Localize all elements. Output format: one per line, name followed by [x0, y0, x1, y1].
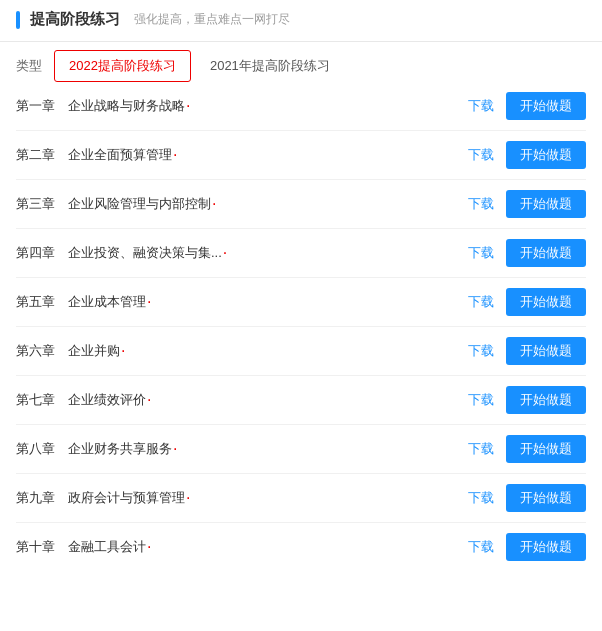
start-button[interactable]: 开始做题	[506, 337, 586, 365]
chapter-info: 第三章企业风险管理与内部控制·	[16, 195, 468, 213]
download-button[interactable]: 下载	[468, 146, 494, 164]
table-row: 第九章政府会计与预算管理·下载开始做题	[16, 474, 586, 523]
header-section: 提高阶段练习 强化提高，重点难点一网打尽	[0, 0, 602, 42]
chapter-name: 企业战略与财务战略	[68, 97, 185, 115]
chapter-number: 第九章	[16, 489, 68, 507]
chapter-name: 企业全面预算管理	[68, 146, 172, 164]
chapter-number: 第四章	[16, 244, 68, 262]
download-button[interactable]: 下载	[468, 440, 494, 458]
table-row: 第二章企业全面预算管理·下载开始做题	[16, 131, 586, 180]
hot-dot-icon: ·	[173, 441, 177, 457]
accent-bar	[16, 11, 20, 29]
download-button[interactable]: 下载	[468, 244, 494, 262]
chapter-info: 第六章企业并购·	[16, 342, 468, 360]
chapter-name: 金融工具会计	[68, 538, 146, 556]
chapter-info: 第四章企业投资、融资决策与集...·	[16, 244, 468, 262]
download-button[interactable]: 下载	[468, 293, 494, 311]
chapter-number: 第六章	[16, 342, 68, 360]
action-area: 下载开始做题	[468, 533, 586, 561]
table-row: 第七章企业绩效评价·下载开始做题	[16, 376, 586, 425]
table-row: 第三章企业风险管理与内部控制·下载开始做题	[16, 180, 586, 229]
chapter-info: 第九章政府会计与预算管理·	[16, 489, 468, 507]
hot-dot-icon: ·	[147, 294, 151, 310]
download-button[interactable]: 下载	[468, 342, 494, 360]
action-area: 下载开始做题	[468, 92, 586, 120]
chapter-name: 政府会计与预算管理	[68, 489, 185, 507]
chapter-list: 第一章企业战略与财务战略·下载开始做题第二章企业全面预算管理·下载开始做题第三章…	[0, 82, 602, 571]
chapter-number: 第二章	[16, 146, 68, 164]
hot-dot-icon: ·	[212, 196, 216, 212]
start-button[interactable]: 开始做题	[506, 141, 586, 169]
chapter-name: 企业财务共享服务	[68, 440, 172, 458]
header-title-row: 提高阶段练习 强化提高，重点难点一网打尽	[16, 10, 586, 29]
hot-dot-icon: ·	[173, 147, 177, 163]
action-area: 下载开始做题	[468, 141, 586, 169]
page-title: 提高阶段练习	[30, 10, 120, 29]
download-button[interactable]: 下载	[468, 391, 494, 409]
chapter-info: 第十章金融工具会计·	[16, 538, 468, 556]
chapter-number: 第一章	[16, 97, 68, 115]
chapter-info: 第七章企业绩效评价·	[16, 391, 468, 409]
start-button[interactable]: 开始做题	[506, 92, 586, 120]
download-button[interactable]: 下载	[468, 97, 494, 115]
chapter-number: 第七章	[16, 391, 68, 409]
action-area: 下载开始做题	[468, 386, 586, 414]
chapter-info: 第二章企业全面预算管理·	[16, 146, 468, 164]
table-row: 第四章企业投资、融资决策与集...·下载开始做题	[16, 229, 586, 278]
table-row: 第五章企业成本管理·下载开始做题	[16, 278, 586, 327]
chapter-name: 企业投资、融资决策与集...	[68, 244, 222, 262]
tabs-row: 类型 2022提高阶段练习 2021年提高阶段练习	[0, 42, 602, 82]
tab-2022[interactable]: 2022提高阶段练习	[54, 50, 191, 82]
start-button[interactable]: 开始做题	[506, 484, 586, 512]
download-button[interactable]: 下载	[468, 538, 494, 556]
chapter-number: 第八章	[16, 440, 68, 458]
start-button[interactable]: 开始做题	[506, 239, 586, 267]
hot-dot-icon: ·	[186, 490, 190, 506]
chapter-info: 第八章企业财务共享服务·	[16, 440, 468, 458]
start-button[interactable]: 开始做题	[506, 533, 586, 561]
action-area: 下载开始做题	[468, 288, 586, 316]
chapter-number: 第三章	[16, 195, 68, 213]
download-button[interactable]: 下载	[468, 195, 494, 213]
main-container: 提高阶段练习 强化提高，重点难点一网打尽 类型 2022提高阶段练习 2021年…	[0, 0, 602, 631]
action-area: 下载开始做题	[468, 484, 586, 512]
hot-dot-icon: ·	[121, 343, 125, 359]
chapter-number: 第十章	[16, 538, 68, 556]
hot-dot-icon: ·	[147, 539, 151, 555]
chapter-info: 第五章企业成本管理·	[16, 293, 468, 311]
tab-2021[interactable]: 2021年提高阶段练习	[195, 50, 345, 82]
action-area: 下载开始做题	[468, 435, 586, 463]
chapter-name: 企业绩效评价	[68, 391, 146, 409]
type-label: 类型	[16, 51, 42, 81]
page-subtitle: 强化提高，重点难点一网打尽	[134, 11, 290, 28]
start-button[interactable]: 开始做题	[506, 435, 586, 463]
download-button[interactable]: 下载	[468, 489, 494, 507]
table-row: 第一章企业战略与财务战略·下载开始做题	[16, 82, 586, 131]
action-area: 下载开始做题	[468, 190, 586, 218]
start-button[interactable]: 开始做题	[506, 190, 586, 218]
chapter-info: 第一章企业战略与财务战略·	[16, 97, 468, 115]
start-button[interactable]: 开始做题	[506, 386, 586, 414]
action-area: 下载开始做题	[468, 239, 586, 267]
chapter-name: 企业成本管理	[68, 293, 146, 311]
chapter-number: 第五章	[16, 293, 68, 311]
action-area: 下载开始做题	[468, 337, 586, 365]
hot-dot-icon: ·	[186, 98, 190, 114]
table-row: 第六章企业并购·下载开始做题	[16, 327, 586, 376]
table-row: 第八章企业财务共享服务·下载开始做题	[16, 425, 586, 474]
table-row: 第十章金融工具会计·下载开始做题	[16, 523, 586, 571]
hot-dot-icon: ·	[147, 392, 151, 408]
chapter-name: 企业风险管理与内部控制	[68, 195, 211, 213]
start-button[interactable]: 开始做题	[506, 288, 586, 316]
hot-dot-icon: ·	[223, 245, 227, 261]
chapter-name: 企业并购	[68, 342, 120, 360]
